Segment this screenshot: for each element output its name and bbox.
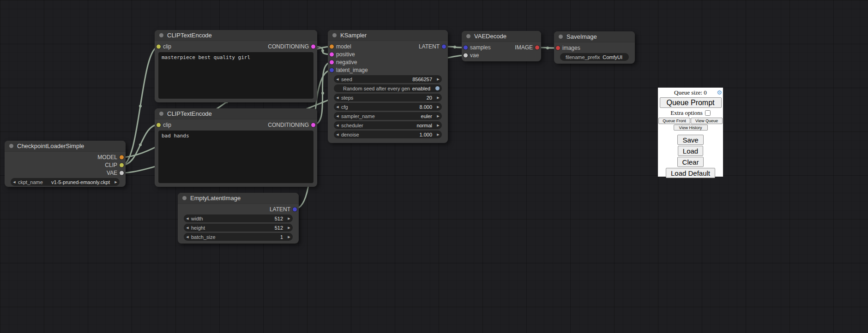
- node-canvas[interactable]: CheckpointLoaderSimple MODEL CLIP VAE ck…: [0, 0, 868, 333]
- node-title-bar[interactable]: CLIPTextEncode: [155, 108, 317, 119]
- widget-scheduler[interactable]: scheduler normal: [334, 121, 442, 129]
- slot-row: clip CONDITIONING: [155, 121, 317, 129]
- collapse-dot-icon[interactable]: [159, 33, 163, 37]
- collapse-dot-icon[interactable]: [159, 112, 163, 116]
- widget-value: enabled: [412, 86, 430, 91]
- node-checkpoint-loader-simple[interactable]: CheckpointLoaderSimple MODEL CLIP VAE ck…: [5, 141, 126, 187]
- output-slot-latent: LATENT: [178, 205, 299, 213]
- clear-button[interactable]: Clear: [677, 157, 704, 167]
- increment-arrow-icon[interactable]: [434, 121, 442, 129]
- comfy-menu[interactable]: Queue size: 0 ⚙ Queue Prompt Extra optio…: [658, 88, 723, 177]
- decrement-arrow-icon[interactable]: [334, 75, 341, 83]
- widget-batch-size[interactable]: batch_size 1: [184, 233, 293, 241]
- increment-arrow-icon[interactable]: [434, 94, 442, 101]
- decrement-arrow-icon[interactable]: [11, 178, 18, 186]
- widget-sampler-name[interactable]: sampler_name euler: [334, 112, 442, 120]
- node-title-bar[interactable]: SaveImage: [554, 31, 635, 42]
- increment-arrow-icon[interactable]: [434, 112, 442, 120]
- collapse-dot-icon[interactable]: [182, 196, 187, 200]
- decrement-arrow-icon[interactable]: [184, 233, 191, 241]
- settings-gear-icon[interactable]: ⚙: [717, 88, 722, 97]
- decrement-arrow-icon[interactable]: [334, 112, 341, 120]
- widget-label: Random seed after every gen: [343, 86, 410, 91]
- node-title-bar[interactable]: VAEDecode: [462, 31, 541, 42]
- increment-arrow-icon[interactable]: [285, 224, 293, 232]
- node-clip-text-encode-positive[interactable]: CLIPTextEncode clip CONDITIONING masterp…: [155, 30, 317, 102]
- slot-list: model LATENT positive negative latent_im…: [328, 41, 448, 74]
- increment-arrow-icon[interactable]: [434, 75, 442, 83]
- widget-label: sampler_name: [341, 113, 375, 119]
- node-ksampler[interactable]: KSampler model LATENT positive negative …: [328, 30, 448, 143]
- extra-options-checkbox[interactable]: [705, 110, 711, 116]
- view-queue-button[interactable]: View Queue: [691, 118, 723, 124]
- widget-seed[interactable]: seed 8566257: [334, 75, 442, 83]
- input-slot-vae: vae: [462, 51, 541, 59]
- widget-height[interactable]: height 512: [184, 224, 293, 232]
- input-slot-latent-image: latent_image: [328, 66, 448, 74]
- load-default-button[interactable]: Load Default: [666, 168, 715, 178]
- input-port-vae[interactable]: [464, 53, 468, 57]
- output-port-conditioning[interactable]: [311, 123, 315, 127]
- output-port-latent[interactable]: [293, 207, 297, 211]
- node-empty-latent-image[interactable]: EmptyLatentImage LATENT width 512 height…: [178, 193, 299, 244]
- widget-ckpt-name[interactable]: ckpt_name v1-5-pruned-emaonly.ckpt: [11, 178, 120, 186]
- node-title-bar[interactable]: CheckpointLoaderSimple: [5, 141, 126, 152]
- decrement-arrow-icon[interactable]: [334, 94, 341, 101]
- widget-width[interactable]: width 512: [184, 214, 293, 222]
- prompt-textarea[interactable]: masterpiece best quality girl: [158, 52, 313, 99]
- increment-arrow-icon[interactable]: [112, 178, 120, 186]
- output-port-conditioning[interactable]: [311, 44, 315, 48]
- output-port-model[interactable]: [120, 155, 124, 159]
- save-button[interactable]: Save: [677, 135, 703, 145]
- widget-filename-prefix[interactable]: filename_prefix ComfyUI: [560, 53, 629, 61]
- increment-arrow-icon[interactable]: [434, 103, 442, 111]
- link-midpoint-dot: [139, 143, 142, 146]
- widget-random-seed-toggle[interactable]: Random seed after every gen enabled: [334, 84, 442, 92]
- input-port-latent-image[interactable]: [330, 68, 334, 72]
- prompt-textarea[interactable]: bad hands: [158, 131, 313, 183]
- node-save-image[interactable]: SaveImage images filename_prefix ComfyUI: [554, 31, 635, 64]
- output-port-latent[interactable]: [442, 44, 446, 48]
- extra-options-row: Extra options: [658, 109, 723, 117]
- node-clip-text-encode-negative[interactable]: CLIPTextEncode clip CONDITIONING bad han…: [155, 108, 317, 187]
- input-label: latent_image: [336, 67, 368, 73]
- decrement-arrow-icon[interactable]: [184, 224, 191, 232]
- widget-steps[interactable]: steps 20: [334, 94, 442, 101]
- widget-denoise[interactable]: denoise 1.000: [334, 131, 442, 138]
- node-title-bar[interactable]: EmptyLatentImage: [178, 193, 299, 204]
- widget-label: cfg: [341, 104, 348, 110]
- collapse-dot-icon[interactable]: [9, 144, 13, 148]
- collapse-dot-icon[interactable]: [559, 35, 563, 39]
- input-port-images[interactable]: [556, 46, 560, 50]
- decrement-arrow-icon[interactable]: [184, 214, 191, 222]
- decrement-arrow-icon[interactable]: [334, 103, 341, 111]
- input-port-model[interactable]: [330, 44, 334, 48]
- decrement-arrow-icon[interactable]: [334, 121, 341, 129]
- increment-arrow-icon[interactable]: [285, 214, 293, 222]
- queue-front-button[interactable]: Queue Front: [658, 118, 690, 124]
- node-title-bar[interactable]: KSampler: [328, 30, 448, 41]
- view-history-button[interactable]: View History: [674, 125, 708, 131]
- widget-cfg[interactable]: cfg 8.000: [334, 103, 442, 111]
- input-port-negative[interactable]: [330, 60, 334, 64]
- node-vae-decode[interactable]: VAEDecode samples IMAGE vae: [462, 31, 541, 61]
- toggle-dot-icon[interactable]: [435, 86, 440, 90]
- input-port-positive[interactable]: [330, 52, 334, 56]
- collapse-dot-icon[interactable]: [466, 34, 470, 38]
- input-slot-negative: negative: [328, 58, 448, 66]
- increment-arrow-icon[interactable]: [434, 131, 442, 138]
- increment-arrow-icon[interactable]: [285, 233, 293, 241]
- input-port-clip[interactable]: [157, 44, 161, 48]
- input-port-samples[interactable]: [464, 45, 468, 49]
- node-title-bar[interactable]: CLIPTextEncode: [155, 30, 317, 41]
- output-port-clip[interactable]: [120, 163, 124, 167]
- output-label: LATENT: [419, 43, 440, 50]
- queue-prompt-button[interactable]: Queue Prompt: [660, 97, 722, 108]
- output-port-vae[interactable]: [120, 171, 124, 175]
- collapse-dot-icon[interactable]: [332, 33, 337, 37]
- output-label: VAE: [107, 170, 117, 176]
- load-button[interactable]: Load: [678, 146, 703, 156]
- output-port-image[interactable]: [535, 45, 539, 49]
- input-port-clip[interactable]: [157, 123, 161, 127]
- decrement-arrow-icon[interactable]: [334, 131, 341, 138]
